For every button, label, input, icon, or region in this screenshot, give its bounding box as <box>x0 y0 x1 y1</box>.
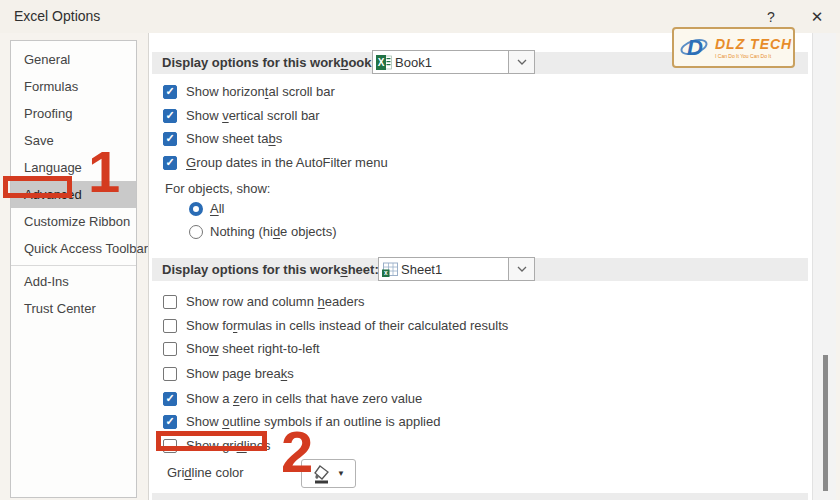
sidebar-item-proofing[interactable]: Proofing <box>11 100 136 127</box>
svg-text:x: x <box>384 269 388 276</box>
panel-divider <box>148 33 149 500</box>
checkbox[interactable]: ✓ <box>163 415 177 429</box>
dlz-tech-watermark: D DLZ TECH I Can Do It You Can Do It <box>672 27 795 68</box>
checkbox[interactable]: ✓ <box>163 342 177 356</box>
sidebar-item-add-ins[interactable]: Add-Ins <box>11 268 136 295</box>
annotation-box-advanced <box>3 176 72 198</box>
option-row-show-zero[interactable]: ✓ Show a zero in cells that have zero va… <box>163 391 422 406</box>
workbook-selector-value: Book1 <box>395 55 508 70</box>
help-icon[interactable]: ? <box>760 6 782 28</box>
close-icon[interactable]: ✕ <box>804 4 830 30</box>
next-section-strip <box>152 493 808 500</box>
annotation-number-1: 1 <box>88 143 120 201</box>
check-icon: ✓ <box>165 393 174 404</box>
sidebar-item-customize-ribbon[interactable]: Customize Ribbon <box>11 208 136 235</box>
workbook-selector-dropdown-button[interactable] <box>508 51 534 73</box>
radio-row-all[interactable]: All <box>189 201 224 216</box>
check-icon: ✓ <box>165 133 174 144</box>
worksheet-selector[interactable]: x Sheet1 <box>378 257 535 281</box>
options-sidebar: General Formulas Proofing Save Language … <box>10 40 137 498</box>
worksheet-selector-value: Sheet1 <box>401 262 508 277</box>
sidebar-item-formulas[interactable]: Formulas <box>11 73 136 100</box>
checkbox[interactable]: ✓ <box>163 319 177 333</box>
annotation-box-show-gridlines <box>156 431 267 451</box>
for-objects-show-label: For objects, show: <box>165 181 271 196</box>
paint-bucket-icon <box>312 464 332 484</box>
workbook-selector[interactable]: X Book1 <box>372 50 535 74</box>
checkbox[interactable]: ✓ <box>163 367 177 381</box>
sidebar-separator <box>11 265 136 266</box>
option-row-group-dates-autofilter[interactable]: ✓ Group dates in the AutoFilter menu <box>163 155 388 170</box>
chevron-down-icon <box>517 59 527 65</box>
option-row-sheet-tabs[interactable]: ✓ Show sheet tabs <box>163 131 282 146</box>
option-row-row-column-headers[interactable]: ✓ Show row and column headers <box>163 294 365 309</box>
check-icon: ✓ <box>165 86 174 97</box>
dlz-logo-icon: D <box>680 33 710 63</box>
checkbox[interactable]: ✓ <box>163 85 177 99</box>
vertical-scrollbar[interactable] <box>812 33 836 500</box>
brand-name: DLZ TECH <box>715 36 792 52</box>
option-row-right-to-left[interactable]: ✓ Show sheet right-to-left <box>163 341 320 356</box>
radio-row-nothing[interactable]: Nothing (hide objects) <box>189 224 336 239</box>
option-row-page-breaks[interactable]: ✓ Show page breaks <box>163 366 294 381</box>
brand-tagline: I Can Do It You Can Do It <box>715 53 792 59</box>
radio-button[interactable] <box>189 202 203 216</box>
dropdown-arrow-icon: ▼ <box>337 469 345 478</box>
excel-workbook-icon: X <box>376 55 392 70</box>
check-icon: ✓ <box>165 157 174 168</box>
checkbox[interactable]: ✓ <box>163 392 177 406</box>
sidebar-item-general[interactable]: General <box>11 46 136 73</box>
option-row-show-formulas[interactable]: ✓ Show formulas in cells instead of thei… <box>163 318 508 333</box>
checkbox[interactable]: ✓ <box>163 295 177 309</box>
sidebar-item-quick-access-toolbar[interactable]: Quick Access Toolbar <box>11 235 136 262</box>
chevron-down-icon <box>517 266 527 272</box>
checkbox[interactable]: ✓ <box>163 156 177 170</box>
worksheet-selector-dropdown-button[interactable] <box>508 258 534 280</box>
excel-sheet-icon: x <box>382 262 398 277</box>
checkbox[interactable]: ✓ <box>163 132 177 146</box>
gridline-color-label: Gridline color <box>167 465 244 480</box>
sidebar-item-trust-center[interactable]: Trust Center <box>11 295 136 322</box>
check-icon: ✓ <box>165 416 174 427</box>
page-title: Excel Options <box>14 8 100 24</box>
option-row-horizontal-scrollbar[interactable]: ✓ Show horizontal scroll bar <box>163 84 335 99</box>
option-row-vertical-scrollbar[interactable]: ✓ Show vertical scroll bar <box>163 108 320 123</box>
radio-button[interactable] <box>189 225 203 239</box>
scrollbar-thumb[interactable] <box>823 355 828 491</box>
check-icon: ✓ <box>165 110 174 121</box>
checkbox[interactable]: ✓ <box>163 109 177 123</box>
svg-text:X: X <box>378 57 385 68</box>
annotation-number-2: 2 <box>281 423 313 481</box>
